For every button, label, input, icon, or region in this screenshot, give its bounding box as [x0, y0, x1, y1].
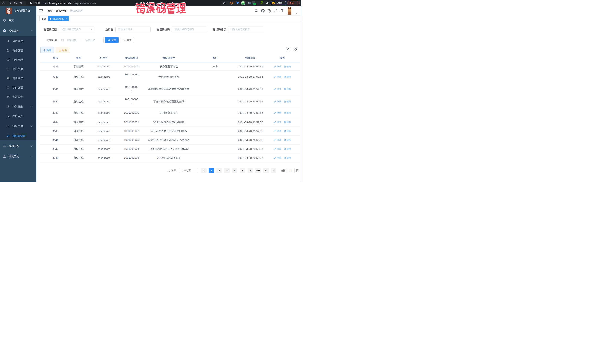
svg-text:on: on: [254, 3, 256, 5]
